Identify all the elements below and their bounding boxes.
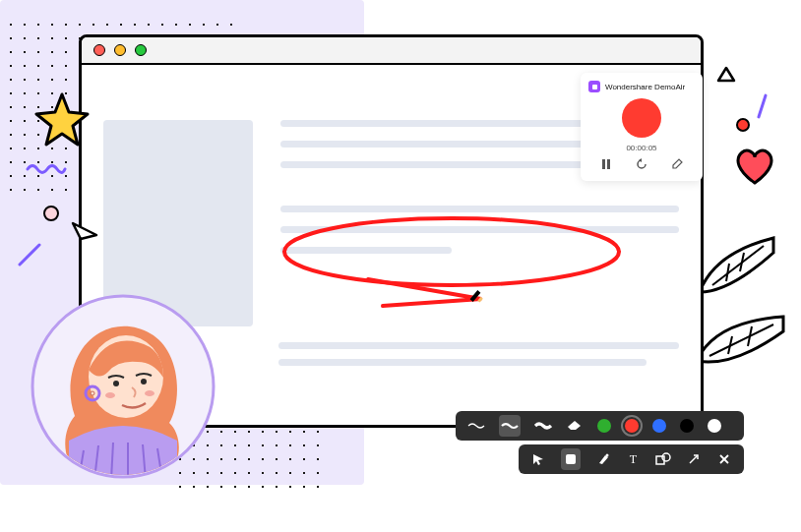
- pointer-button[interactable]: [530, 450, 547, 468]
- color-green-button[interactable]: [597, 419, 611, 433]
- line-icon: [757, 93, 768, 119]
- recording-timer: 00:00:05: [588, 144, 695, 152]
- svg-point-29: [141, 379, 147, 384]
- draw-toolbar: [456, 411, 744, 441]
- minimize-button[interactable]: [114, 44, 126, 56]
- arrow-button[interactable]: [686, 450, 703, 468]
- svg-point-15: [662, 453, 670, 461]
- app-label: Wondershare DemoAir: [605, 83, 685, 91]
- svg-point-13: [605, 454, 608, 457]
- squiggle-icon: [26, 160, 67, 178]
- presenter-avatar: [30, 293, 216, 480]
- svg-point-30: [105, 392, 115, 398]
- color-red-button[interactable]: [625, 419, 639, 433]
- text-lines: [278, 342, 679, 376]
- circle-icon: [43, 206, 59, 221]
- svg-line-0: [20, 245, 39, 265]
- svg-point-28: [113, 381, 119, 386]
- recording-panel: Wondershare DemoAir 00:00:05: [581, 73, 703, 181]
- maximize-button[interactable]: [135, 44, 147, 56]
- titlebar: [82, 37, 701, 65]
- text-button[interactable]: T: [625, 450, 642, 468]
- svg-rect-10: [602, 159, 605, 169]
- svg-point-31: [145, 390, 154, 396]
- cursor-icon: [69, 219, 100, 249]
- shape-button[interactable]: [655, 450, 672, 468]
- svg-point-33: [91, 391, 94, 395]
- shape-toolbar: T: [519, 444, 744, 474]
- svg-rect-11: [607, 159, 610, 169]
- line-icon: [16, 241, 43, 268]
- color-black-button[interactable]: [680, 419, 694, 433]
- color-blue-button[interactable]: [652, 419, 666, 433]
- stroke-thin-button[interactable]: [467, 417, 485, 435]
- stroke-med-button[interactable]: [499, 415, 521, 437]
- edit-button[interactable]: [671, 158, 683, 173]
- svg-line-16: [690, 455, 698, 463]
- circle-icon: [736, 118, 750, 132]
- star-icon: [34, 92, 90, 148]
- pause-button[interactable]: [600, 158, 612, 173]
- app-icon: [588, 81, 600, 92]
- eraser-button[interactable]: [566, 417, 584, 435]
- stroke-thick-button[interactable]: [534, 417, 552, 435]
- highlight-button[interactable]: [594, 450, 611, 468]
- close-button[interactable]: [93, 44, 105, 56]
- heart-icon: [732, 146, 777, 187]
- color-white-button[interactable]: [708, 419, 721, 433]
- triangle-icon: [716, 66, 736, 84]
- svg-rect-12: [566, 454, 576, 464]
- close-button[interactable]: [715, 450, 732, 468]
- rectangle-button[interactable]: [561, 448, 582, 470]
- restart-button[interactable]: [636, 158, 647, 173]
- recording-app-label: Wondershare DemoAir: [588, 81, 695, 92]
- record-button[interactable]: [622, 98, 661, 138]
